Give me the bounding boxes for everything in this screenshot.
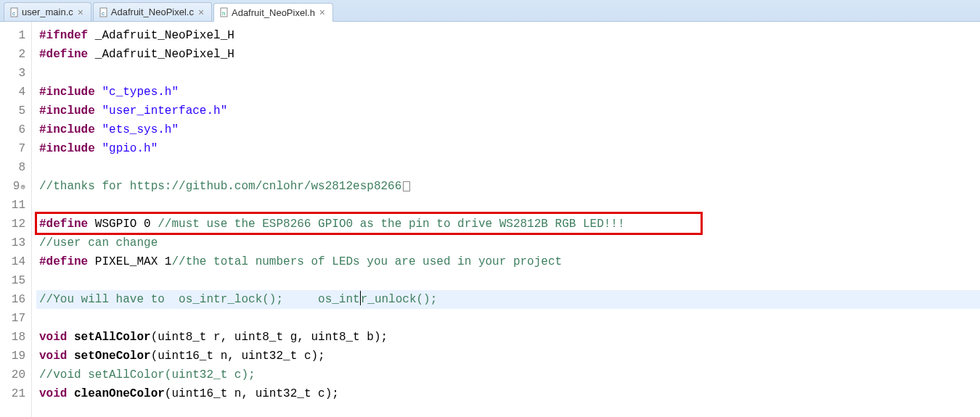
code-line[interactable]: #include "ets_sys.h" bbox=[36, 120, 980, 139]
line-number: 3 bbox=[0, 64, 25, 83]
code-line[interactable]: //void setAllColor(uint32_t c); bbox=[36, 366, 980, 384]
text-caret bbox=[360, 291, 361, 305]
line-number: 14 bbox=[0, 252, 25, 271]
code-token: (uint8_t r, uint8_t g, uint8_t b); bbox=[151, 331, 388, 344]
line-number: 15 bbox=[0, 271, 25, 290]
line-number: 21 bbox=[0, 384, 25, 403]
line-number: 20 bbox=[0, 366, 25, 384]
code-line[interactable] bbox=[36, 158, 980, 177]
code-token bbox=[95, 123, 102, 136]
svg-text:h: h bbox=[222, 10, 225, 17]
code-line[interactable]: //thanks for https://github.com/cnlohr/w… bbox=[36, 177, 980, 196]
code-token bbox=[67, 331, 74, 344]
c-file-icon: c bbox=[10, 8, 19, 17]
code-token: #define bbox=[39, 255, 88, 268]
code-line[interactable] bbox=[36, 271, 980, 290]
code-editor[interactable]: 123456789⊕1112131415161718192021 #ifndef… bbox=[0, 22, 980, 417]
line-number: 7 bbox=[0, 139, 25, 158]
code-line[interactable]: #define WSGPIO 0 //must use the ESP8266 … bbox=[36, 215, 980, 234]
line-number: 12 bbox=[0, 215, 25, 234]
code-token: void bbox=[39, 387, 67, 400]
code-token: cleanOneColor bbox=[74, 387, 165, 400]
code-token: _Adafruit_NeoPixel_H bbox=[95, 29, 234, 42]
editor-tab[interactable]: cAdafruit_NeoPixel.c× bbox=[93, 2, 212, 21]
code-token bbox=[67, 350, 74, 363]
code-token: setAllColor bbox=[74, 331, 151, 344]
code-token: //thanks for https://github.com/cnlohr/w… bbox=[39, 180, 401, 193]
code-area[interactable]: #ifndef _Adafruit_NeoPixel_H#define _Ada… bbox=[32, 22, 980, 417]
code-token: #include bbox=[39, 86, 95, 99]
code-token bbox=[95, 104, 102, 117]
code-token: PIXEL_MAX 1 bbox=[88, 255, 171, 268]
code-line[interactable]: #define PIXEL_MAX 1//the total numbers o… bbox=[36, 252, 980, 271]
fold-marker-icon[interactable] bbox=[403, 181, 410, 191]
c-file-icon: c bbox=[99, 8, 108, 17]
line-number: 13 bbox=[0, 234, 25, 252]
code-token: //must use the ESP8266 GPIO0 as the pin … bbox=[158, 218, 624, 231]
code-token: //You will have to os_intr_lock(); os_in… bbox=[39, 293, 360, 306]
editor-tab[interactable]: cuser_main.c× bbox=[4, 2, 91, 21]
line-number: 2 bbox=[0, 45, 25, 64]
tab-label: Adafruit_NeoPixel.c bbox=[111, 7, 194, 17]
line-number: 6 bbox=[0, 120, 25, 139]
code-token: #include bbox=[39, 123, 95, 136]
code-line[interactable]: #include "c_types.h" bbox=[36, 83, 980, 102]
code-token: "ets_sys.h" bbox=[102, 123, 179, 136]
fold-expand-icon[interactable]: ⊕ bbox=[20, 183, 25, 191]
code-token bbox=[88, 48, 95, 61]
code-token: "gpio.h" bbox=[102, 142, 158, 155]
close-icon[interactable]: × bbox=[197, 8, 205, 17]
code-line[interactable]: //user can change bbox=[36, 234, 980, 252]
code-token bbox=[95, 142, 102, 155]
code-line[interactable]: #ifndef _Adafruit_NeoPixel_H bbox=[36, 26, 980, 45]
line-number: 19 bbox=[0, 347, 25, 366]
line-number: 8 bbox=[0, 158, 25, 177]
line-number: 4 bbox=[0, 83, 25, 102]
code-line[interactable]: void setAllColor(uint8_t r, uint8_t g, u… bbox=[36, 328, 980, 347]
code-token: //the total numbers of LEDs you are used… bbox=[171, 255, 562, 268]
line-number: 11 bbox=[0, 196, 25, 215]
tab-label: user_main.c bbox=[22, 7, 73, 17]
code-token: r_unlock(); bbox=[361, 293, 438, 306]
close-icon[interactable]: × bbox=[318, 8, 327, 17]
code-token bbox=[67, 387, 74, 400]
editor-tab[interactable]: hAdafruit_NeoPixel.h× bbox=[213, 3, 333, 22]
h-file-icon: h bbox=[220, 8, 229, 17]
code-token: void bbox=[39, 331, 67, 344]
code-line[interactable]: #include "user_interface.h" bbox=[36, 102, 980, 120]
line-number: 1 bbox=[0, 26, 25, 45]
line-number: 5 bbox=[0, 102, 25, 120]
line-number-gutter: 123456789⊕1112131415161718192021 bbox=[0, 22, 32, 417]
code-token: #ifndef bbox=[39, 29, 88, 42]
close-icon[interactable]: × bbox=[76, 8, 85, 17]
code-line[interactable] bbox=[36, 64, 980, 83]
code-line[interactable] bbox=[36, 196, 980, 215]
line-number: 17 bbox=[0, 309, 25, 328]
code-line[interactable]: #define _Adafruit_NeoPixel_H bbox=[36, 45, 980, 64]
code-line[interactable]: void cleanOneColor(uint16_t n, uint32_t … bbox=[36, 384, 980, 403]
line-number: 18 bbox=[0, 328, 25, 347]
code-line[interactable]: #include "gpio.h" bbox=[36, 139, 980, 158]
code-token: void bbox=[39, 350, 67, 363]
svg-text:c: c bbox=[102, 10, 105, 17]
code-token: "user_interface.h" bbox=[102, 104, 227, 117]
code-token: WSGPIO 0 bbox=[88, 218, 158, 231]
code-token: //user can change bbox=[39, 236, 158, 249]
code-token: #define bbox=[39, 48, 88, 61]
editor-tabbar: cuser_main.c×cAdafruit_NeoPixel.c×hAdafr… bbox=[0, 0, 980, 22]
code-token: _Adafruit_NeoPixel_H bbox=[95, 48, 234, 61]
code-token: (uint16_t n, uint32_t c); bbox=[151, 350, 325, 363]
code-line[interactable]: //You will have to os_intr_lock(); os_in… bbox=[36, 290, 980, 309]
code-token bbox=[95, 86, 102, 99]
svg-text:c: c bbox=[12, 10, 15, 17]
code-token: "c_types.h" bbox=[102, 86, 179, 99]
code-line[interactable]: void setOneColor(uint16_t n, uint32_t c)… bbox=[36, 347, 980, 366]
code-token: #include bbox=[39, 142, 95, 155]
code-token: setOneColor bbox=[74, 350, 151, 363]
code-token: #define bbox=[39, 218, 88, 231]
line-number: 16 bbox=[0, 290, 25, 309]
code-token: #include bbox=[39, 104, 95, 117]
code-line[interactable] bbox=[36, 309, 980, 328]
line-number: 9⊕ bbox=[0, 177, 25, 196]
tab-label: Adafruit_NeoPixel.h bbox=[232, 7, 315, 18]
